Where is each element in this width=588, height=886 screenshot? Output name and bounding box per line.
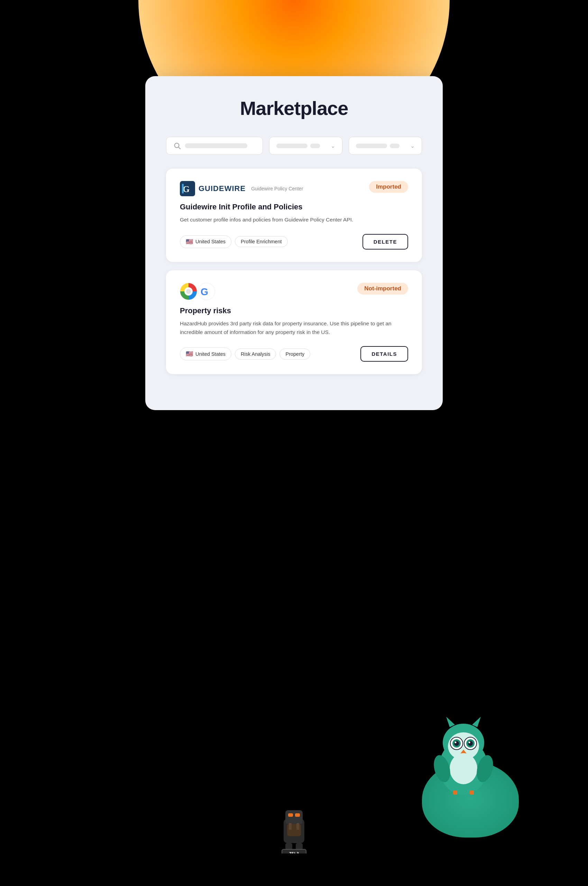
guidewire-logo: G GUIDEWIRE Guidewire Policy Center <box>180 181 303 196</box>
search-icon <box>173 142 181 149</box>
svg-rect-4 <box>182 184 184 194</box>
svg-point-23 <box>450 753 477 784</box>
hazardhub-icon <box>180 283 197 300</box>
small-robot-character: ZEL3 <box>278 808 310 855</box>
property-risks-card-description: HazardHub provides 3rd party risk data f… <box>180 319 408 337</box>
hazardhub-google-logos: G <box>180 283 215 300</box>
tag-risk-analysis: Risk Analysis <box>235 349 276 360</box>
guidewire-policy-center-label: Guidewire Policy Center <box>251 186 303 191</box>
svg-text:ZEL3: ZEL3 <box>289 851 299 853</box>
svg-rect-24 <box>453 790 457 795</box>
svg-marker-11 <box>446 717 455 727</box>
svg-marker-12 <box>472 717 481 727</box>
main-card: Marketplace ⌄ ⌄ <box>145 76 443 410</box>
guidewire-brand-icon: G <box>180 181 195 196</box>
tag-category-label-1: Profile Enrichment <box>241 239 282 244</box>
pipeline-card-property-risks: G Not-imported Property risks HazardHub … <box>166 270 422 375</box>
property-risks-card-bottom-row: 🇺🇸 United States Risk Analysis Property … <box>180 346 408 362</box>
us-flag-icon-2: 🇺🇸 <box>186 350 193 358</box>
tag-country-label-1: United States <box>195 239 225 244</box>
robot-svg: ZEL3 <box>278 808 310 853</box>
filter1-line-short <box>310 144 320 148</box>
details-button[interactable]: DETAILS <box>360 346 408 362</box>
svg-rect-29 <box>285 810 303 824</box>
owl-svg <box>429 715 498 795</box>
svg-point-17 <box>455 742 457 743</box>
guidewire-card-description: Get customer profile infos and policies … <box>180 216 408 224</box>
svg-rect-33 <box>289 823 292 830</box>
filter-row: ⌄ ⌄ <box>166 137 422 155</box>
google-icon: G <box>198 283 215 300</box>
page-title: Marketplace <box>166 97 422 119</box>
tag-united-states-2: 🇺🇸 United States <box>180 347 231 360</box>
not-imported-badge: Not-imported <box>357 283 408 295</box>
svg-line-1 <box>178 147 180 149</box>
guidewire-card-title: Guidewire Init Profile and Policies <box>180 203 408 212</box>
svg-rect-34 <box>296 823 299 830</box>
owl-mascot <box>429 715 498 796</box>
guidewire-logo-text: GUIDEWIRE <box>198 184 246 193</box>
tag-profile-enrichment: Profile Enrichment <box>235 236 287 247</box>
svg-point-16 <box>454 741 459 746</box>
card-top-row-2: G Not-imported <box>180 283 408 300</box>
svg-point-7 <box>186 289 191 294</box>
property-risks-card-tags: 🇺🇸 United States Risk Analysis Property <box>180 347 310 360</box>
svg-rect-30 <box>288 813 293 817</box>
tag-united-states-1: 🇺🇸 United States <box>180 235 231 248</box>
svg-rect-31 <box>295 813 300 817</box>
svg-text:G: G <box>201 286 208 297</box>
filter2-line-long <box>356 144 387 148</box>
filter-dropdown-1[interactable]: ⌄ <box>269 137 342 155</box>
chevron-down-icon-1: ⌄ <box>331 143 335 149</box>
pipeline-card-guidewire: G GUIDEWIRE Guidewire Policy Center Impo… <box>166 168 422 262</box>
filter1-line-long <box>276 144 308 148</box>
svg-point-21 <box>469 742 470 743</box>
search-box[interactable] <box>166 137 263 155</box>
tag-country-label-2: United States <box>195 351 225 357</box>
card-top-row-1: G GUIDEWIRE Guidewire Policy Center Impo… <box>180 181 408 196</box>
svg-rect-25 <box>470 790 474 795</box>
svg-text:G: G <box>183 184 189 194</box>
imported-badge: Imported <box>369 181 408 193</box>
guidewire-card-tags: 🇺🇸 United States Profile Enrichment <box>180 235 288 248</box>
filter2-placeholder <box>356 144 399 148</box>
tag-property-label: Property <box>285 351 304 357</box>
tag-category-label-2: Risk Analysis <box>241 351 270 357</box>
filter1-placeholder <box>276 144 320 148</box>
delete-button[interactable]: DELETE <box>363 234 408 250</box>
filter2-line-short <box>390 144 399 148</box>
svg-point-20 <box>468 741 473 746</box>
us-flag-icon-1: 🇺🇸 <box>186 238 193 245</box>
search-placeholder-line <box>185 143 247 148</box>
property-risks-card-title: Property risks <box>180 306 408 315</box>
tag-property: Property <box>279 349 310 360</box>
chevron-down-icon-2: ⌄ <box>410 143 415 149</box>
guidewire-card-bottom-row: 🇺🇸 United States Profile Enrichment DELE… <box>180 234 408 250</box>
filter-dropdown-2[interactable]: ⌄ <box>349 137 422 155</box>
